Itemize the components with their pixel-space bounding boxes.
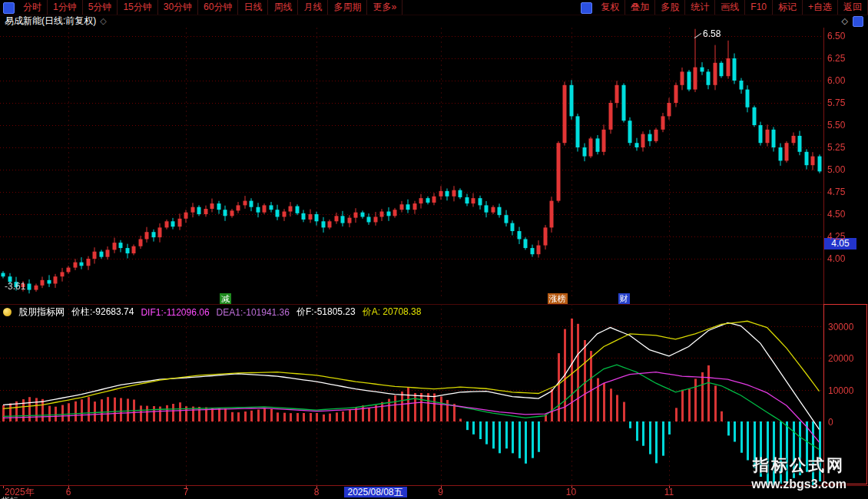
menu-item-left-3[interactable]: 15分钟 [118, 0, 157, 15]
legend-item-1: DIF1:-112096.06 [141, 307, 209, 318]
title-decor-icon: ◇ [100, 16, 106, 26]
date-label-11: 11 [664, 487, 674, 497]
date-tick [3, 486, 4, 488]
date-label-9: 9 [438, 487, 443, 497]
menu-item-right-4[interactable]: 画线 [715, 0, 745, 15]
menu-item-left-9[interactable]: 多周期 [328, 0, 367, 15]
diamond-icon[interactable]: ◇ [842, 16, 848, 26]
menu-item-right-2[interactable]: 多股 [655, 0, 685, 15]
menu-item-left-7[interactable]: 周线 [268, 0, 298, 15]
high-annotation-line [694, 33, 702, 38]
price-tick-label: 5.50 [827, 120, 845, 131]
price-tick-label: 6.50 [827, 31, 845, 41]
legend-item-3: 价F:-51805.23 [297, 306, 356, 319]
date-label-10: 10 [566, 487, 576, 497]
stock-title: 易成新能(日线:前复权) [5, 15, 96, 28]
indicator-source-icon [3, 308, 12, 316]
price-tick-label: 4.25 [827, 231, 845, 242]
indicator-tick-label: 20000 [828, 353, 853, 364]
watermark: 指标公式网 www.zbgs3.com [751, 454, 846, 491]
menu-item-right-7[interactable]: +自选 [803, 0, 838, 15]
menu-item-left-8[interactable]: 月线 [298, 0, 328, 15]
indicator-tick-label: 30000 [828, 322, 853, 332]
menu-left-group: 分时1分钟5分钟15分钟30分钟60分钟日线周线月线多周期更多» [18, 0, 403, 15]
menu-item-right-3[interactable]: 统计 [685, 0, 715, 15]
date-label-8: 8 [314, 487, 320, 497]
price-tick-label: 4.00 [827, 253, 845, 264]
price-tick-label: 6.00 [827, 75, 845, 86]
event-marker-财[interactable]: 财 [618, 293, 630, 304]
legend-item-4: 价A: 20708.38 [363, 306, 422, 319]
watermark-site-url: www.zbgs3.com [751, 478, 846, 491]
menu-item-left-10[interactable]: 更多» [367, 0, 403, 15]
menu-item-right-5[interactable]: F10 [745, 0, 773, 15]
trading-app-window: 分时1分钟5分钟15分钟30分钟60分钟日线周线月线多周期更多» 复权叠加多股统… [0, 0, 868, 499]
indicator-tick-label: 10000 [828, 385, 853, 396]
split-screen-icon[interactable] [581, 2, 592, 14]
indicator-tick-label: 0 [828, 417, 833, 428]
legend-item-0: 价柱:-92683.74 [71, 306, 134, 319]
layout-icon[interactable] [853, 16, 863, 27]
event-marker-涨榜[interactable]: 涨榜 [548, 293, 568, 304]
menu-item-left-5[interactable]: 60分钟 [198, 0, 238, 15]
title-bar: 易成新能(日线:前复权) ◇ ◇ [0, 15, 868, 28]
price-tick-label: 4.50 [827, 209, 845, 220]
legend-item-2: DEA1:-101941.36 [217, 307, 290, 318]
low-price-annotation: -3.61 [5, 281, 25, 292]
menu-item-left-1[interactable]: 1分钟 [48, 0, 83, 15]
price-tick-label: 6.25 [827, 53, 845, 64]
menu-item-left-2[interactable]: 5分钟 [83, 0, 118, 15]
price-tick-label: 4.75 [827, 187, 845, 197]
price-tick-label: 5.25 [827, 142, 845, 153]
main-overlay: 6.58 -3.61 减涨榜财 [0, 28, 823, 304]
price-tick-label: 5.75 [827, 97, 845, 108]
menu-item-right-6[interactable]: 标记 [773, 0, 803, 15]
menu-right-group: 复权叠加多股统计画线F10标记+自选返回 [595, 0, 868, 15]
menu-item-right-8[interactable]: 返回 [838, 0, 868, 15]
selected-date-label: 2025/08/08五 [343, 487, 406, 497]
indicator-overlay: 股朋指标网 价柱:-92683.74DIF1:-112096.06DEA1:-1… [0, 304, 823, 485]
top-menubar: 分时1分钟5分钟15分钟30分钟60分钟日线周线月线多周期更多» 复权叠加多股统… [0, 0, 868, 15]
indicator-legend: 股朋指标网 价柱:-92683.74DIF1:-112096.06DEA1:-1… [3, 306, 421, 319]
menu-item-left-6[interactable]: 日线 [238, 0, 268, 15]
event-marker-减[interactable]: 减 [220, 293, 231, 304]
watermark-site-name: 指标公式网 [751, 454, 846, 476]
menu-item-left-0[interactable]: 分时 [18, 0, 48, 15]
high-price-annotation: 6.58 [703, 28, 721, 39]
price-tick-label: 5.00 [827, 164, 845, 175]
main-price-axis: 4.05 6.506.256.005.755.505.255.004.754.5… [823, 28, 868, 304]
menu-item-right-1[interactable]: 叠加 [625, 0, 655, 15]
menu-spacer [403, 0, 578, 15]
clipped-bottom-text: 指标 [2, 496, 232, 499]
menu-item-left-4[interactable]: 30分钟 [158, 0, 198, 15]
app-window-icon[interactable] [3, 2, 15, 14]
menu-item-right-0[interactable]: 复权 [595, 0, 625, 15]
indicator-source-label[interactable]: 股朋指标网 [18, 306, 65, 319]
